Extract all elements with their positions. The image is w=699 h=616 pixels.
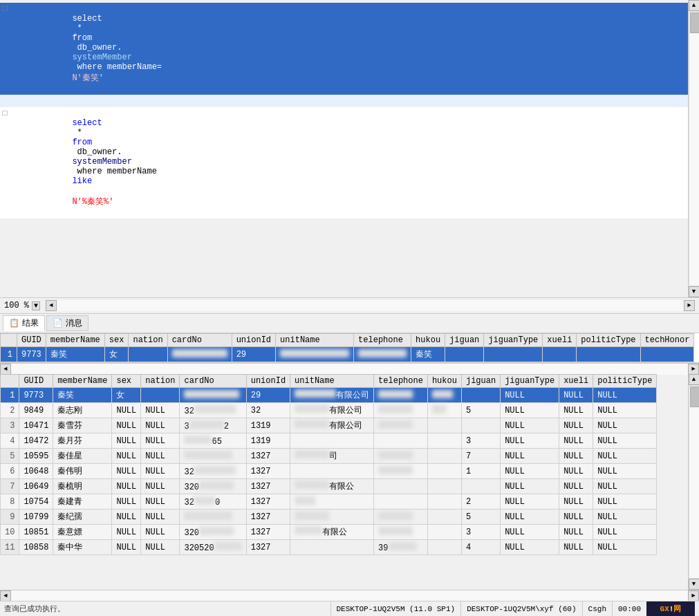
top-table-row-1[interactable]: 1 9773 秦笑 女 29 秦笑: [1, 347, 694, 362]
hukou-bot: [427, 403, 461, 418]
table-row[interactable]: 6 10648 秦伟明 NULL NULL 32 1327 1 NULL: [1, 464, 657, 479]
sql-editor[interactable]: □ select * from db_owner. systemMember w…: [0, 0, 688, 297]
hukou-bot: [427, 433, 461, 449]
table-row[interactable]: 8 10754 秦建青 NULL NULL 320 1327 2 NULL: [1, 494, 657, 510]
top-table-header: GUID memberName sex nation cardNo unionI…: [1, 334, 694, 347]
guid-bot: 10649: [19, 479, 53, 494]
plain-1c: where memberName=: [72, 62, 162, 72]
table-row[interactable]: 7 10649 秦梳明 NULL NULL 320 1327 有限公 NULL: [1, 479, 657, 494]
rownum-top-1: 1: [1, 347, 17, 362]
table-row[interactable]: 5 10595 秦佳星 NULL NULL 1327 司 7 NULL: [1, 449, 657, 464]
jiguantype-bot: NULL: [501, 418, 559, 433]
cardno-bot: 32: [180, 403, 246, 418]
unitname-bot: 有限公: [290, 479, 374, 494]
hukou-top-1: 秦笑: [411, 347, 445, 362]
sex-top-1: 女: [104, 347, 129, 362]
rownum-bot: 1: [1, 388, 19, 403]
col-guid-bot: GUID: [19, 375, 53, 388]
membername-top-1: 秦笑: [46, 347, 104, 362]
mid-scroll-right[interactable]: ►: [688, 364, 699, 375]
sql-line-3[interactable]: □ select * from db_owner. systemMember w…: [0, 107, 688, 218]
kw-from-1: from: [72, 33, 92, 43]
xueli-bot: NULL: [559, 418, 593, 433]
tab-results[interactable]: 📋 结果: [3, 315, 45, 331]
sql-line-2: [0, 95, 688, 107]
table-row[interactable]: 9 10799 秦纪孺 NULL NULL 1327 5 NULL: [1, 510, 657, 525]
bottom-table-scroll[interactable]: GUID memberName sex nation cardNo unionI…: [0, 374, 688, 590]
unionid-bot: 1327: [246, 464, 290, 479]
jiguantype-bot: NULL: [501, 388, 559, 403]
sex-bot: NULL: [112, 433, 141, 449]
guid-bot: 9773: [19, 388, 53, 403]
cardno-bot: [180, 388, 246, 403]
kw-select-3: select: [72, 118, 102, 128]
rownum-bot: 7: [1, 479, 19, 494]
col-rownum-bot: [1, 375, 19, 388]
hukou-bot: [427, 525, 461, 540]
telephone-bot: [374, 494, 428, 510]
sql-area-content: □ select * from db_owner. systemMember w…: [0, 0, 688, 221]
bottom-scroll-down[interactable]: ▼: [689, 579, 700, 590]
telephone-bot: [374, 449, 428, 464]
kw-select-1: select: [72, 14, 102, 24]
server-label: DESKTOP-1UQ2V5M (11.0 SP1): [337, 605, 456, 613]
bottom-scroll-track: [689, 385, 700, 579]
unionid-bot: 32: [246, 403, 290, 418]
horiz-scroll-right[interactable]: ►: [684, 300, 695, 311]
horiz-scroll-left[interactable]: ◄: [46, 300, 57, 311]
bot-scroll-right[interactable]: ►: [688, 590, 699, 601]
status-server: DESKTOP-1UQ2V5M (11.0 SP1): [330, 601, 461, 617]
unionid-bot: 1327: [246, 510, 290, 525]
unitname-bot: 有限公司: [290, 388, 374, 403]
col-jiguantype-top: jiguanType: [484, 334, 543, 347]
xueli-bot: NULL: [559, 449, 593, 464]
table-row[interactable]: 11 10858 秦中华 NULL NULL 320520 1327 39 4 …: [1, 540, 657, 555]
table-row[interactable]: 2 9849 秦志刚 NULL NULL 32 32 有限公司 5 NULL: [1, 403, 657, 418]
rownum-bot: 5: [1, 449, 19, 464]
scroll-down-btn[interactable]: ▼: [689, 286, 700, 297]
table-row[interactable]: 3 10471 秦雪芬 NULL NULL 32 1319 有限公司 NULL: [1, 418, 657, 433]
jiguantype-bot: NULL: [501, 494, 559, 510]
membername-bot: 秦雪芬: [53, 418, 112, 433]
editor-scrollbar[interactable]: ▲ ▼: [688, 0, 699, 297]
bottom-scroll-thumb[interactable]: [690, 386, 700, 407]
unionid-bot: 1327: [246, 525, 290, 540]
unionid-bot: 1327: [246, 494, 290, 510]
tab-messages[interactable]: 📄 消息: [46, 315, 88, 331]
status-message: 查询已成功执行。: [4, 604, 330, 614]
kw-like-3: like: [72, 176, 92, 186]
scroll-track: [689, 11, 700, 286]
membername-bot: 秦意嫖: [53, 525, 112, 540]
line-minus-3: □: [0, 109, 10, 118]
xueli-bot: NULL: [559, 540, 593, 555]
rownum-bot: 2: [1, 403, 19, 418]
bottom-scroll-up[interactable]: ▲: [689, 374, 700, 385]
col-unitname-bot: unitName: [290, 375, 374, 388]
bottom-horiz-scroll[interactable]: ◄ ►: [0, 590, 699, 601]
zoom-value: 100 %: [4, 301, 29, 310]
guid-top-1: 9773: [17, 347, 46, 362]
table-row[interactable]: 1 9773 秦笑 女 29 有限公司 NULL NU: [1, 388, 657, 403]
results-section: 📋 结果 📄 消息 GUID memberName sex nation: [0, 314, 699, 601]
scroll-thumb[interactable]: [690, 12, 700, 33]
bot-scroll-left[interactable]: ◄: [0, 590, 11, 601]
sql-line-1[interactable]: □ select * from db_owner. systemMember w…: [0, 3, 688, 95]
xueli-bot: NULL: [559, 403, 593, 418]
table-row[interactable]: 10 10851 秦意嫖 NULL NULL 320 1327 有限公 3 NU…: [1, 525, 657, 540]
nation-bot: NULL: [141, 464, 180, 479]
sex-bot: NULL: [112, 418, 141, 433]
mid-horiz-scroll[interactable]: ◄ ►: [0, 363, 699, 374]
mid-scroll-left[interactable]: ◄: [0, 364, 11, 375]
unitname-bot: [290, 510, 374, 525]
nation-bot: NULL: [141, 449, 180, 464]
table-row[interactable]: 4 10472 秦月芬 NULL NULL 65 1319 3 NULL: [1, 433, 657, 449]
jiguan-bot: [461, 479, 500, 494]
sex-bot: NULL: [112, 540, 141, 555]
scroll-up-btn[interactable]: ▲: [689, 0, 700, 11]
str-1: N'秦笑': [72, 73, 104, 83]
rownum-bot: 4: [1, 433, 19, 449]
unitname-bot: [290, 464, 374, 479]
zoom-arrow[interactable]: ▼: [32, 301, 40, 310]
telephone-bot: [374, 388, 428, 403]
bottom-table-scrollbar[interactable]: ▲ ▼: [688, 374, 699, 590]
